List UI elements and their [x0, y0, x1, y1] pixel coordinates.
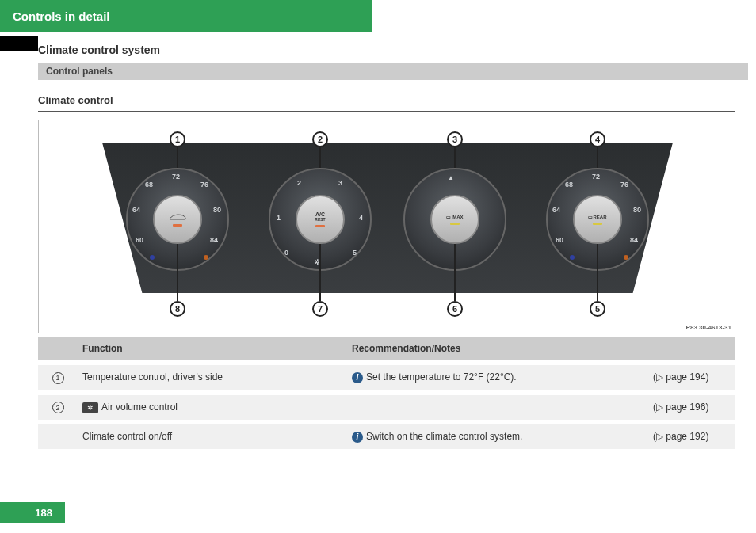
- cell-function: Temperature control, driver's side: [78, 365, 347, 390]
- cell-function: ✲Air volume control: [78, 395, 347, 421]
- cell-note: [347, 395, 648, 421]
- knob-passenger: ▭REAR: [573, 195, 622, 244]
- rest-label: REST: [315, 217, 325, 222]
- subsection-bar: Control panels: [38, 63, 748, 80]
- section-title: Climate control system: [38, 44, 756, 56]
- info-icon: i: [352, 432, 363, 443]
- callout-2: 2: [312, 131, 328, 147]
- side-tab: [0, 36, 38, 51]
- figure-climate-panel: 72 68 76 64 80 60 84 0 1 2 3 4 5 ✲ A/C R…: [38, 120, 735, 333]
- ac-label: A/C: [315, 211, 325, 217]
- cell-page-ref: (▷ page 192): [648, 424, 735, 449]
- chapter-title: Controls in detail: [13, 10, 110, 23]
- callout-line: [319, 244, 321, 301]
- callout-6: 6: [447, 301, 463, 317]
- callout-5: 5: [590, 301, 605, 317]
- callout-line: [597, 147, 598, 168]
- indicator-line: [450, 223, 460, 225]
- th-notes: Recommendation/Notes: [347, 337, 648, 360]
- indicator-line: [315, 225, 325, 227]
- figure-reference: P83.30-4613-31: [686, 324, 731, 331]
- knob-fan: A/C REST: [296, 195, 345, 244]
- page-number: 188: [0, 502, 65, 523]
- fan-badge-icon: ✲: [82, 402, 98, 413]
- max-label: MAX: [452, 215, 463, 219]
- indicator-line: [173, 224, 182, 227]
- cell-page-ref: (▷ page 196): [648, 395, 735, 421]
- defrost-up-icon: ▲: [448, 174, 454, 181]
- cell-note: iSwitch on the climate control system.: [347, 424, 648, 449]
- function-table: Function Recommendation/Notes 1 Temperat…: [38, 337, 735, 449]
- callout-line: [454, 147, 456, 168]
- cell-page-ref: (▷ page 194): [648, 365, 735, 390]
- indicator-line: [593, 223, 602, 225]
- callout-line: [177, 244, 178, 301]
- callout-8: 8: [170, 301, 185, 317]
- table-row: Climate control on/off iSwitch on the cl…: [38, 420, 735, 449]
- table-row: 2 ✲Air volume control (▷ page 196): [38, 390, 735, 421]
- info-icon: i: [352, 372, 363, 383]
- table-header-row: Function Recommendation/Notes: [38, 337, 735, 360]
- callout-line: [454, 244, 456, 301]
- callout-line: [597, 244, 598, 301]
- dot-hot-icon: [624, 255, 628, 260]
- knob-air-dist: ▭ MAX: [430, 195, 479, 244]
- rear-label: REAR: [593, 215, 606, 219]
- knob-driver: [153, 195, 202, 244]
- defrost-icon: ▭: [446, 215, 451, 219]
- callout-1: 1: [170, 131, 185, 147]
- callout-4: 4: [590, 131, 605, 147]
- row-number-icon: 2: [52, 402, 64, 413]
- dot-cold-icon: [150, 255, 155, 260]
- dot-hot-icon: [204, 255, 208, 260]
- callout-7: 7: [312, 301, 328, 317]
- callout-line: [177, 147, 178, 168]
- dot-cold-icon: [570, 255, 575, 260]
- cell-function: Climate control on/off: [78, 424, 347, 449]
- row-number-icon: 1: [52, 372, 64, 384]
- car-icon: [168, 213, 187, 221]
- callout-3: 3: [447, 131, 463, 147]
- table-row: 1 Temperature control, driver's side iSe…: [38, 360, 735, 390]
- chapter-header: Controls in detail: [0, 0, 372, 32]
- callout-line: [319, 147, 321, 168]
- subheading: Climate control: [38, 94, 735, 112]
- th-function: Function: [78, 337, 347, 360]
- cell-note: iSet the temperature to 72°F (22°C).: [347, 365, 648, 390]
